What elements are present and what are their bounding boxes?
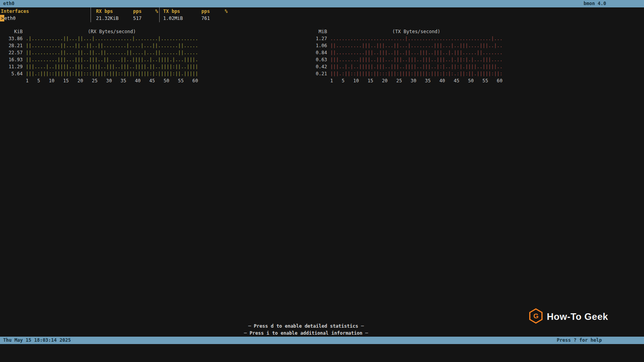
rx-graph-row: ||..........||....||..||..||.......||...… bbox=[26, 49, 198, 56]
tx-ytick: 0.63 bbox=[310, 56, 327, 63]
tx-pct-header: % bbox=[221, 8, 229, 14]
rx-pps-value: 517 bbox=[133, 15, 153, 21]
tx-graph-xaxis: 1 5 10 15 20 25 30 35 40 45 50 55 60 bbox=[330, 77, 503, 84]
hint-additional-information: ─ Press i to enable additional informati… bbox=[0, 330, 612, 337]
tx-bps-header: TX bps bbox=[160, 8, 201, 14]
rx-graph-row: |||....|..|||||..|||..||||..|||..|||..||… bbox=[26, 63, 198, 70]
interface-list: Interfaces > eth0 RX bps pps % 21.32KiB … bbox=[0, 7, 612, 22]
rx-ytick: 33.86 bbox=[5, 35, 23, 42]
tx-ytick: 0.21 bbox=[310, 70, 327, 77]
tx-ytick: 0.42 bbox=[310, 63, 327, 70]
tx-ytick: 1.27 bbox=[310, 35, 327, 42]
tx-graph-row: ||..........|||..|||..||..||...|||..|||.… bbox=[330, 49, 503, 56]
tx-pps-header: pps bbox=[201, 8, 221, 14]
howtogeek-text: How-To Geek bbox=[547, 311, 608, 322]
interfaces-column: Interfaces > eth0 bbox=[0, 7, 91, 22]
tx-bps-value: 1.02MiB bbox=[160, 15, 201, 21]
rx-ytick: 22.57 bbox=[5, 49, 23, 56]
rx-graph-unit: KiB bbox=[5, 28, 23, 35]
tx-graph-row: ..........................|.............… bbox=[330, 35, 503, 42]
tx-graph-row: |||.:||::|||||:||:::|||:||||:|||||:|||:|… bbox=[330, 70, 503, 77]
rx-column: RX bps pps % 21.32KiB 517 bbox=[91, 7, 159, 22]
rx-graph-row: .|...........||...||...|.............|..… bbox=[26, 35, 198, 42]
hint-detailed-statistics: ─ Press d to enable detailed statistics … bbox=[0, 323, 612, 330]
tx-graph: MiB (TX Bytes/second) 1.27..............… bbox=[310, 28, 503, 84]
titlebar-interface: eth0 bbox=[3, 0, 14, 7]
tx-graph-row: |||.......||||..|||...|||..|||..|||..|||… bbox=[330, 56, 503, 63]
rx-graph-title: (RX Bytes/second) bbox=[26, 28, 198, 35]
rx-graph-row: ||.........|||...|||..|||..||....||..|||… bbox=[26, 56, 198, 63]
titlebar-app-version: bmon 4.0 bbox=[584, 0, 606, 7]
graphs-area: KiB (RX Bytes/second) 33.86.|...........… bbox=[0, 28, 612, 87]
rx-graph: KiB (RX Bytes/second) 33.86.|...........… bbox=[5, 28, 198, 84]
rx-bps-header: RX bps bbox=[91, 8, 133, 14]
tx-pct-value bbox=[221, 15, 229, 21]
title-bar: eth0 bmon 4.0 bbox=[0, 0, 644, 7]
tx-column: TX bps pps % 1.02MiB 761 bbox=[159, 7, 229, 22]
rx-pct-header: % bbox=[153, 8, 159, 14]
footer-hints: ─ Press d to enable detailed statistics … bbox=[0, 323, 612, 337]
tx-ytick: 1.06 bbox=[310, 42, 327, 49]
tx-graph-title: (TX Bytes/second) bbox=[330, 28, 502, 35]
tx-ytick: 0.84 bbox=[310, 49, 327, 56]
rx-graph-row: |||.:|||::||||||:|||:::|||||:|||::||||:|… bbox=[26, 70, 198, 77]
rx-bps-value: 21.32KiB bbox=[91, 15, 133, 21]
tx-graph-unit: MiB bbox=[310, 28, 327, 35]
interfaces-header: Interfaces bbox=[0, 8, 29, 14]
svg-text:G: G bbox=[533, 312, 538, 320]
interface-name: eth0 bbox=[4, 15, 16, 21]
rx-ytick: 11.29 bbox=[5, 63, 23, 70]
rx-ytick: 28.21 bbox=[5, 42, 23, 49]
status-bar: Thu May 15 18:03:14 2025 Press ? for hel… bbox=[0, 337, 644, 344]
rx-ytick: 16.93 bbox=[5, 56, 23, 63]
statusbar-datetime: Thu May 15 18:03:14 2025 bbox=[3, 337, 71, 344]
interface-row[interactable]: > eth0 bbox=[0, 14, 91, 21]
rx-pps-header: pps bbox=[133, 8, 153, 14]
selection-cursor: > bbox=[0, 15, 4, 21]
tx-pps-value: 761 bbox=[201, 15, 221, 21]
rx-pct-value bbox=[153, 15, 159, 21]
rx-graph-xaxis: 1 5 10 15 20 25 30 35 40 45 50 55 60 bbox=[26, 77, 198, 84]
tx-graph-row: |||..|.|..|||||.|||..|||..||||..|||..|:|… bbox=[330, 63, 503, 70]
statusbar-help-hint: Press ? for help bbox=[557, 337, 602, 344]
rx-graph-row: ||..........||...||..||..||........|....… bbox=[26, 42, 198, 49]
rx-ytick: 5.64 bbox=[5, 70, 23, 77]
tx-graph-row: ||.........|||..|||...||...|........|||.… bbox=[330, 42, 503, 49]
